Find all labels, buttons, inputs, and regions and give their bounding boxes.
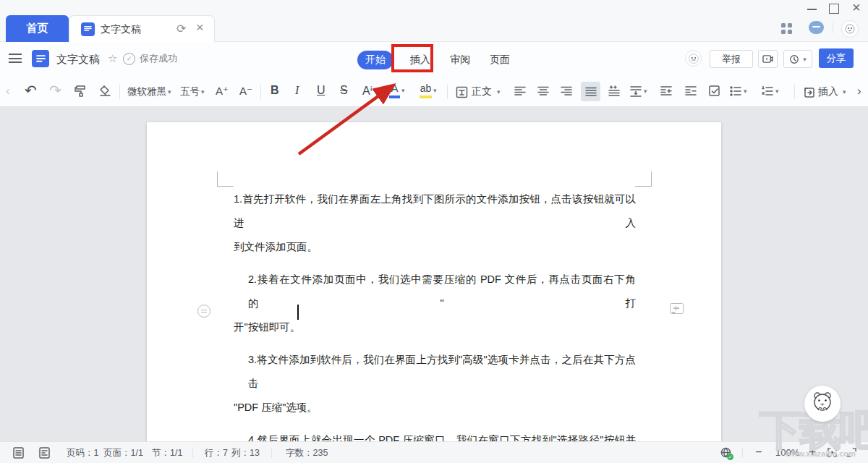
status-line[interactable]: 行：7 <box>205 447 228 459</box>
doc-file-icon <box>81 22 95 36</box>
toolbar-scroll-left-icon[interactable]: ‹ <box>6 84 10 98</box>
paragraph-collapse-icon[interactable] <box>197 305 210 318</box>
green-check-icon: ✓ <box>727 454 733 460</box>
app-window: 首页 文字文稿 ⟳ × × 文字文稿 ☆ ✓ 保存成功 开始 <box>0 0 868 463</box>
text-line: 开"按钮即可。 <box>234 315 636 339</box>
toolbar-divider <box>447 85 448 99</box>
home-tab-label: 首页 <box>27 22 48 35</box>
font-size-value: 五号 <box>180 85 200 98</box>
paragraph: 1.首先打开软件，我们在界面左上角找到下图所示的文件添加按钮，点击该按钮就可以进… <box>234 187 636 259</box>
save-status-label: 保存成功 <box>140 52 177 65</box>
font-name-value: 微软雅黑 <box>127 85 166 98</box>
text-line: 1.首先打开软件，我们在界面左上角找到下图所示的文件添加按钮，点击该按钮就可以进… <box>234 187 636 235</box>
status-word-count[interactable]: 字数：235 <box>286 447 328 459</box>
highlight-label: ab <box>420 82 432 94</box>
mascot-badge[interactable] <box>804 386 841 422</box>
numbered-list-button[interactable]: ▾ <box>761 85 779 98</box>
save-status: ✓ 保存成功 <box>123 52 177 65</box>
font-name-select[interactable]: 微软雅黑 ▾ <box>127 82 171 101</box>
history-button[interactable]: ▾ <box>783 50 812 68</box>
paragraph-spacing-button[interactable]: ▾ <box>629 85 647 98</box>
ribbon-tabs: 开始 插入 审阅 页面 <box>357 50 513 69</box>
status-column[interactable]: 列：13 <box>231 447 260 459</box>
increase-indent-button[interactable] <box>684 85 697 98</box>
video-button[interactable] <box>758 50 778 68</box>
insert-button[interactable]: 插入 ▾ <box>803 82 846 101</box>
add-comment-icon[interactable] <box>670 303 684 314</box>
bullet-list-button[interactable]: ▾ <box>729 85 747 98</box>
status-page-count[interactable]: 页面：1/1 <box>103 447 143 459</box>
text-line: 2.接着在文件添加页面中，我们选中需要压缩的 PDF 文件后，再点击页面右下角的… <box>234 268 636 315</box>
align-center-button[interactable] <box>537 85 550 98</box>
page-setup-icon[interactable] <box>39 447 50 459</box>
status-section[interactable]: 节：1/1 <box>152 447 182 459</box>
align-left-button[interactable] <box>514 85 527 98</box>
bullet-list-caret-icon: ▾ <box>744 88 747 95</box>
toolbar-divider <box>119 85 120 99</box>
clear-format-icon[interactable] <box>98 84 112 98</box>
text-boundary-mark-left <box>217 171 234 187</box>
style-name-value: 正文 <box>472 85 492 98</box>
status-page-number[interactable]: 页码：1 <box>67 447 98 459</box>
text-line: 3.将文件添加到软件后，我们在界面上方找到"高级"选项卡并点击，之后在其下方点击 <box>234 348 636 396</box>
app-doc-icon[interactable] <box>32 50 49 67</box>
checkbox-list-button[interactable] <box>708 85 721 98</box>
bold-button[interactable]: B <box>271 84 279 97</box>
tab-close-icon[interactable]: × <box>196 20 204 35</box>
style-icon <box>456 86 468 98</box>
document-tab[interactable]: 文字文稿 ⟳ × <box>69 15 215 42</box>
main-menu-icon[interactable] <box>9 54 22 63</box>
apps-grid-icon[interactable] <box>781 23 792 34</box>
format-painter-icon[interactable] <box>74 84 88 98</box>
document-text[interactable]: 1.首先打开软件，我们在界面左上角找到下图所示的文件添加按钮，点击该按钮就可以进… <box>234 187 636 463</box>
text-cursor <box>297 305 299 320</box>
doc-tab-label: 文字文稿 <box>101 23 141 36</box>
insert-label: 插入 <box>818 85 838 98</box>
status-bar: 页码：1 页面：1/1 节：1/1 行：7 列：13 字数：235 ✓ − 10… <box>0 441 868 463</box>
paragraph-style-select[interactable]: 正文 ▾ <box>456 82 501 101</box>
line-spacing-button[interactable] <box>608 85 621 98</box>
highlight-caret-icon: ▾ <box>433 87 437 94</box>
home-tab-button[interactable]: 首页 <box>6 15 69 42</box>
tab-page[interactable]: 页面 <box>487 54 513 67</box>
user-avatar[interactable] <box>841 20 859 38</box>
font-size-select[interactable]: 五号 ▾ <box>180 82 205 101</box>
highlight-swatch <box>420 95 432 98</box>
maximize-button[interactable] <box>829 4 839 14</box>
text-line: "PDF 压缩"选项。 <box>234 396 636 420</box>
statusbar-divider <box>192 448 193 458</box>
decrease-indent-button[interactable] <box>660 85 673 98</box>
report-button-label: 举报 <box>722 53 741 66</box>
window-close-icon[interactable]: × <box>852 0 861 16</box>
justify-button[interactable] <box>581 82 600 101</box>
highlight-color-button[interactable]: ab ▾ <box>420 82 437 98</box>
titlebar-divider <box>833 22 833 33</box>
spellcheck-status-icon[interactable]: ✓ <box>720 447 731 458</box>
message-bubble-icon[interactable] <box>809 21 824 34</box>
style-caret-icon: ▾ <box>497 88 501 95</box>
undo-icon[interactable]: ↶ <box>25 82 37 99</box>
toolbar-divider <box>260 85 261 99</box>
report-button[interactable]: 举报 <box>710 50 753 68</box>
tab-review[interactable]: 审阅 <box>447 54 473 67</box>
numbered-list-caret-icon: ▾ <box>775 88 779 95</box>
text-boundary-mark-right <box>635 171 652 187</box>
tab-home[interactable]: 开始 <box>357 51 393 69</box>
paragraph: 3.将文件添加到软件后，我们在界面上方找到"高级"选项卡并点击，之后在其下方点击… <box>234 348 636 420</box>
redo-icon[interactable]: ↷ <box>49 82 61 99</box>
refresh-icon[interactable]: ⟳ <box>176 22 186 35</box>
toolbar-scroll-right-icon[interactable]: › <box>857 84 861 98</box>
share-button[interactable]: 分享 <box>819 48 854 68</box>
text-line: 到文件添加页面。 <box>234 235 636 259</box>
save-check-icon: ✓ <box>123 53 135 65</box>
paragraph: 2.接着在文件添加页面中，我们选中需要压缩的 PDF 文件后，再点击页面右下角的… <box>234 268 636 339</box>
font-name-caret-icon: ▾ <box>168 88 171 95</box>
shrink-font-button[interactable]: A⁻ <box>239 85 252 98</box>
sticker-avatar[interactable] <box>685 50 702 67</box>
star-icon[interactable]: ☆ <box>108 52 117 65</box>
minimize-button[interactable] <box>807 9 817 10</box>
align-right-button[interactable] <box>560 85 573 98</box>
grow-font-button[interactable]: A⁺ <box>216 85 229 98</box>
font-size-caret-icon: ▾ <box>201 88 205 95</box>
outline-view-icon[interactable] <box>13 447 24 459</box>
